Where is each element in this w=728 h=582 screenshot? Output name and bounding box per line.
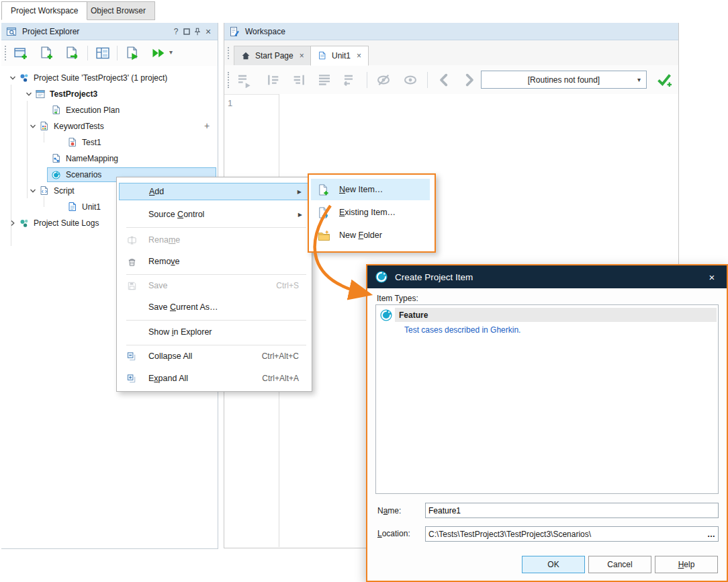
project-icon xyxy=(35,89,46,99)
list-item-feature[interactable]: Feature Test cases described in Gherkin. xyxy=(376,305,718,335)
float-window-button[interactable] xyxy=(181,26,192,37)
tab-close-icon[interactable]: × xyxy=(357,51,361,60)
tree-item-testproject3[interactable]: TestProject3 xyxy=(3,86,239,102)
tree-item-label: Project Suite Logs xyxy=(34,218,99,228)
quick-add-button[interactable]: + xyxy=(204,121,210,130)
menu-item-label: Show in Explorer xyxy=(148,327,212,337)
navigate-back-button[interactable] xyxy=(434,70,454,90)
scenarios-icon xyxy=(51,170,62,180)
browse-button[interactable]: … xyxy=(707,530,715,539)
create-project-item-dialog: Create Project Item × Item Types: Featur… xyxy=(366,264,728,582)
menu-item-collapse-all[interactable]: Collapse All Ctrl+Alt+C xyxy=(119,347,308,365)
run-project-icon xyxy=(150,46,165,60)
help-button[interactable]: ? xyxy=(171,26,181,37)
chevron-down-icon[interactable] xyxy=(27,123,39,130)
new-item-icon xyxy=(317,183,333,196)
dialog-titlebar[interactable]: Create Project Item × xyxy=(367,265,727,288)
tab-unit1[interactable]: Unit1 × xyxy=(310,46,369,66)
menu-shortcut: Ctrl+Alt+A xyxy=(262,374,299,383)
format-code-button[interactable] xyxy=(234,70,254,90)
menu-item-add[interactable]: Add ▶ xyxy=(119,183,308,200)
navigate-forward-button[interactable] xyxy=(459,70,480,90)
submenu-item-existing-item[interactable]: Existing Item… xyxy=(311,202,430,223)
tree-item-label: Project Suite 'TestProject3' (1 project) xyxy=(34,73,167,83)
menu-item-save-current-as[interactable]: Save Current As… xyxy=(119,298,308,316)
menu-item-label: Remove xyxy=(148,257,180,266)
item-types-list[interactable]: Feature Test cases described in Gherkin. xyxy=(375,304,719,494)
submenu-item-label: New Folder xyxy=(339,231,382,240)
name-label: Name: xyxy=(377,506,401,515)
menu-item-source-control[interactable]: Source Control ▶ xyxy=(119,206,308,223)
menu-separator xyxy=(126,227,306,228)
expand-all-icon xyxy=(126,373,140,384)
chevron-down-icon[interactable] xyxy=(7,75,19,81)
ok-button-label: OK xyxy=(547,560,559,569)
context-menu: Add ▶ Source Control ▶ Rename Remove Sav… xyxy=(116,177,312,392)
run-test-button[interactable] xyxy=(122,43,142,63)
help-button[interactable]: Help xyxy=(655,556,718,573)
add-existing-item-button[interactable] xyxy=(62,43,82,63)
add-submenu: New Item… Existing Item… New Folder xyxy=(308,173,436,253)
dropdown-caret-icon: ▾ xyxy=(637,76,641,83)
editor-toolbar: [Routines not found] ▾ xyxy=(224,65,678,95)
menu-item-label: Source Control xyxy=(148,210,204,219)
menu-separator xyxy=(126,320,306,321)
script-icon xyxy=(39,185,50,196)
new-project-suite-button[interactable] xyxy=(11,43,31,63)
toolbar-grip[interactable] xyxy=(5,46,6,60)
submenu-arrow-icon: ▶ xyxy=(298,212,302,218)
line-number: 1 xyxy=(228,98,232,108)
feature-description: Test cases described in Gherkin. xyxy=(404,325,520,335)
chevron-right-icon[interactable] xyxy=(7,220,19,226)
workspace-icon xyxy=(229,26,240,37)
dialog-close-button[interactable]: × xyxy=(705,270,719,284)
pin-panel-button[interactable] xyxy=(192,26,203,37)
menu-item-rename: Rename xyxy=(119,231,308,249)
dialog-title: Create Project Item xyxy=(395,272,473,282)
align-right-button[interactable] xyxy=(289,70,309,90)
tab-close-icon[interactable]: × xyxy=(300,51,304,60)
organize-panels-icon xyxy=(95,46,110,60)
tab-object-browser[interactable]: Object Browser xyxy=(81,1,155,20)
location-input[interactable]: C:\Tests\TestProject3\TestProject3\Scena… xyxy=(425,526,719,542)
save-icon xyxy=(126,280,140,292)
tree-item-label: KeywordTests xyxy=(54,122,104,131)
cancel-button[interactable]: Cancel xyxy=(588,556,651,573)
execution-plan-icon xyxy=(51,105,62,116)
align-left-button[interactable] xyxy=(263,70,283,90)
tree-item-execution-plan[interactable]: Execution Plan xyxy=(3,102,255,118)
organize-panels-button[interactable] xyxy=(93,43,113,63)
tab-project-workspace[interactable]: Project Workspace xyxy=(1,1,87,20)
close-panel-button[interactable]: × xyxy=(203,26,214,37)
new-project-button[interactable] xyxy=(36,43,56,63)
menu-item-show-in-explorer[interactable]: Show in Explorer xyxy=(119,323,308,341)
run-project-button[interactable] xyxy=(148,43,168,63)
menu-shortcut: Ctrl+Alt+C xyxy=(262,351,299,361)
chevron-down-icon[interactable] xyxy=(27,188,39,194)
menu-item-remove[interactable]: Remove xyxy=(119,253,308,270)
ok-button[interactable]: OK xyxy=(522,556,585,573)
menu-item-label: Rename xyxy=(148,235,180,245)
routines-dropdown[interactable]: [Routines not found] ▾ xyxy=(481,71,647,89)
syntax-check-button[interactable] xyxy=(654,69,674,89)
menu-item-expand-all[interactable]: Expand All Ctrl+Alt+A xyxy=(119,370,308,387)
tree-item-namemapping[interactable]: NameMapping xyxy=(3,151,255,167)
name-mapping-icon xyxy=(51,153,62,164)
submenu-item-label: New Item… xyxy=(339,185,383,194)
toolbar-grip[interactable] xyxy=(228,72,229,88)
tab-start-page[interactable]: Start Page × xyxy=(234,46,312,66)
tabstrip-grip[interactable] xyxy=(228,47,229,59)
name-input[interactable] xyxy=(425,503,719,518)
justify-lines-button[interactable] xyxy=(314,70,334,90)
run-dropdown-caret-icon[interactable]: ▾ xyxy=(169,48,173,56)
show-execution-point-button[interactable] xyxy=(400,70,420,90)
chevron-down-icon[interactable] xyxy=(23,91,35,97)
outdent-button[interactable] xyxy=(340,70,360,90)
submenu-item-new-folder[interactable]: New Folder xyxy=(311,224,430,246)
tab-label: Unit1 xyxy=(332,51,351,60)
hide-execution-point-button[interactable] xyxy=(373,70,394,90)
tree-item-keywordtests[interactable]: KeywordTests xyxy=(3,118,255,134)
tree-item-project-suite[interactable]: Project Suite 'TestProject3' (1 project) xyxy=(3,70,223,86)
submenu-item-new-item[interactable]: New Item… xyxy=(311,179,430,200)
location-value: C:\Tests\TestProject3\TestProject3\Scena… xyxy=(428,530,704,539)
